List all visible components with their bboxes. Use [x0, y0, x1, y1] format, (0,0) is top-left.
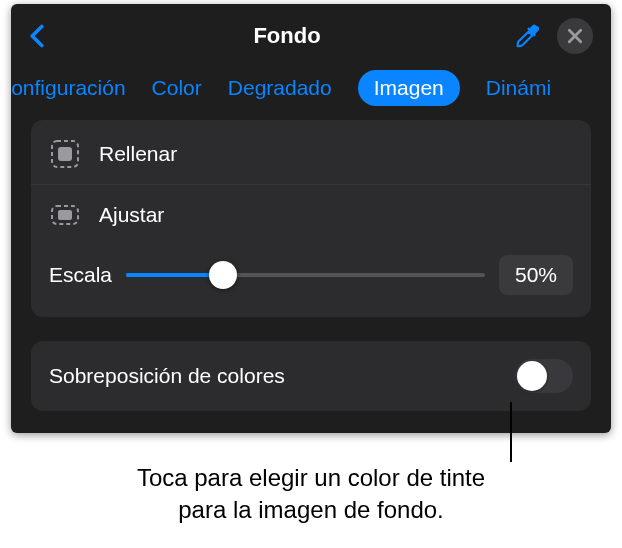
fill-type-tabs: econfiguración Color Degradado Imagen Di…: [11, 64, 611, 120]
callout-text: Toca para elegir un color de tinte para …: [0, 462, 622, 527]
panel-title: Fondo: [59, 23, 515, 49]
color-overlay-switch[interactable]: [515, 359, 573, 393]
eyedropper-icon: [515, 23, 541, 49]
scale-label: Escala: [49, 263, 112, 287]
chevron-left-icon: [29, 24, 45, 48]
image-options-group: Rellenar Ajustar Escala 50%: [31, 120, 591, 317]
tab-color[interactable]: Color: [152, 70, 202, 106]
scale-slider[interactable]: [126, 261, 485, 289]
tab-dynamic[interactable]: Dinámi: [486, 70, 551, 106]
callout-leader-line: [510, 402, 512, 462]
slider-track: [126, 273, 485, 277]
close-button[interactable]: [557, 18, 593, 54]
tab-gradient[interactable]: Degradado: [228, 70, 332, 106]
header-actions: [515, 18, 593, 54]
back-button[interactable]: [29, 24, 59, 48]
color-overlay-row: Sobreposición de colores: [31, 341, 591, 411]
fit-label: Ajustar: [99, 203, 164, 227]
callout-line1: Toca para elegir un color de tinte: [137, 464, 485, 491]
panel-header: Fondo: [11, 4, 611, 64]
color-overlay-label: Sobreposición de colores: [49, 364, 285, 388]
tab-reconfiguration[interactable]: econfiguración: [11, 70, 126, 106]
svg-rect-1: [58, 147, 72, 161]
eyedropper-button[interactable]: [515, 23, 541, 49]
background-panel: Fondo econfiguración Color Degradado Ima…: [11, 4, 611, 433]
scale-row: Escala 50%: [31, 245, 591, 313]
callout-line2: para la imagen de fondo.: [178, 496, 444, 523]
scale-value[interactable]: 50%: [499, 255, 573, 295]
fill-icon: [49, 138, 81, 170]
slider-thumb[interactable]: [209, 261, 237, 289]
close-icon: [567, 28, 583, 44]
fit-icon: [49, 199, 81, 231]
fill-mode-fit[interactable]: Ajustar: [31, 184, 591, 245]
switch-knob: [517, 361, 547, 391]
fill-label: Rellenar: [99, 142, 177, 166]
svg-rect-3: [58, 210, 72, 220]
tab-image[interactable]: Imagen: [358, 70, 460, 106]
fill-mode-fill[interactable]: Rellenar: [31, 124, 591, 184]
